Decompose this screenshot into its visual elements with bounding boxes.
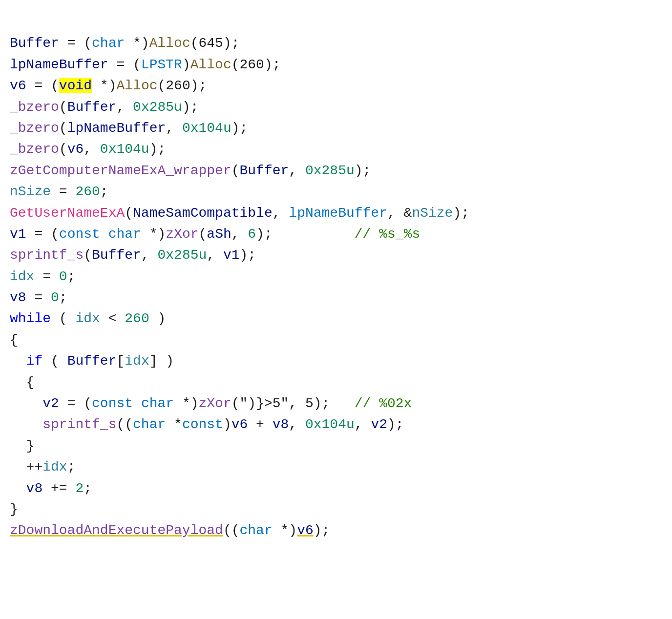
code-token: 6 — [248, 227, 256, 242]
code-line: { — [10, 372, 662, 393]
code-token: ( — [84, 248, 92, 263]
code-token: , — [231, 227, 248, 242]
code-token: GetUserNameExA — [10, 206, 125, 221]
code-token: , — [289, 163, 305, 178]
code-token: ( — [59, 142, 67, 157]
code-token: (645); — [190, 36, 240, 51]
code-token: 0x104u — [305, 417, 355, 432]
code-token: char — [239, 523, 272, 538]
code-line: v6 = (void *)Alloc(260); — [10, 75, 662, 96]
code-token: ( — [59, 100, 67, 115]
code-token: zXor — [166, 227, 198, 242]
code-line: _bzero(v6, 0x104u); — [10, 139, 662, 160]
code-token: = — [26, 290, 51, 305]
code-token: v2 — [371, 417, 387, 432]
code-token: Buffer — [67, 353, 117, 369]
code-token: + — [248, 417, 272, 432]
code-token: ); — [240, 248, 256, 263]
code-token: 0 — [59, 269, 67, 284]
code-token: _bzero — [10, 100, 59, 115]
code-token: , — [289, 417, 305, 432]
code-token: idx — [125, 353, 149, 369]
code-token: ] ) — [149, 353, 174, 369]
code-token: nSize — [412, 206, 453, 221]
code-token: lpNameBuffer — [289, 206, 387, 221]
code-token: } — [10, 438, 34, 454]
code-token: } — [10, 502, 18, 517]
code-line: _bzero(lpNameBuffer, 0x104u); — [10, 118, 662, 139]
code-token: Buffer — [92, 248, 141, 263]
code-token: ( — [51, 311, 75, 326]
code-line: sprintf_s((char *const)v6 + v8, 0x104u, … — [10, 414, 662, 435]
code-token: = ( — [59, 396, 92, 411]
code-token: , — [141, 248, 158, 263]
code-token: ); — [387, 417, 404, 432]
code-token: zGetComputerNameExA_wrapper — [10, 163, 231, 178]
code-token: v6 — [10, 78, 26, 93]
code-token: = — [34, 269, 59, 284]
code-token: LPSTR — [141, 57, 182, 72]
code-token: , — [355, 417, 371, 432]
code-token: ; — [67, 459, 76, 475]
code-token: Alloc — [116, 78, 157, 93]
code-token: lpNameBuffer — [67, 121, 166, 136]
code-line: nSize = 260; — [10, 181, 662, 202]
code-token: ); — [453, 206, 469, 221]
code-token: lpNameBuffer — [10, 57, 108, 72]
code-line: zGetComputerNameExA_wrapper(Buffer, 0x28… — [10, 160, 662, 181]
code-token: Buffer — [240, 163, 289, 178]
code-line: while ( idx < 260 ) — [10, 308, 662, 329]
code-token: _bzero — [10, 121, 59, 136]
code-token: v6 — [231, 417, 248, 432]
code-token: zXor — [199, 396, 231, 411]
code-line: GetUserNameExA(NameSamCompatible, lpName… — [10, 203, 662, 224]
code-token: < — [100, 311, 125, 326]
code-token: idx — [75, 311, 100, 326]
code-token: // %s_%s — [355, 227, 420, 242]
code-token: *) — [174, 396, 198, 411]
code-token: *) — [125, 36, 149, 51]
code-line: } — [10, 499, 662, 520]
code-token: = ( — [26, 227, 59, 242]
code-token: ) — [149, 311, 166, 326]
code-token: ++ — [10, 459, 42, 475]
code-token: char — [92, 36, 125, 51]
code-token: 0x285u — [157, 248, 207, 263]
code-token: Buffer — [10, 36, 59, 51]
code-token: ; — [100, 184, 108, 199]
code-token: if — [10, 353, 42, 369]
code-token: , — [207, 248, 223, 263]
code-line: idx = 0; — [10, 266, 662, 287]
code-token: += — [42, 481, 75, 496]
code-token: (260); — [157, 78, 207, 93]
code-token: (( — [223, 523, 240, 538]
code-token: ); — [231, 121, 248, 136]
code-token: Alloc — [149, 36, 190, 51]
code-line: sprintf_s(Buffer, 0x285u, v1); — [10, 245, 662, 266]
code-token: 0x285u — [133, 100, 182, 115]
code-token: idx — [42, 459, 67, 475]
code-token: ); — [149, 142, 166, 157]
code-token: *) — [141, 227, 166, 242]
code-viewer: Buffer = (char *)Alloc(645);lpNameBuffer… — [10, 12, 662, 541]
code-token: ( — [231, 163, 240, 178]
code-token: const — [59, 227, 100, 242]
code-token — [10, 481, 26, 496]
code-line: v8 = 0; — [10, 287, 662, 308]
code-line: lpNameBuffer = (LPSTR)Alloc(260); — [10, 54, 662, 75]
code-token: ); — [314, 523, 330, 538]
code-token: *) — [92, 78, 116, 93]
code-token: = ( — [59, 36, 92, 51]
code-token: Alloc — [190, 57, 231, 72]
code-token: ; — [59, 290, 67, 305]
code-token — [100, 227, 108, 242]
code-line: } — [10, 435, 662, 456]
code-token: 260 — [75, 184, 100, 199]
code-token: , — [116, 100, 133, 115]
code-token: _bzero — [10, 142, 59, 157]
code-line: Buffer = (char *)Alloc(645); — [10, 33, 662, 54]
code-token: v1 — [10, 227, 26, 242]
code-token: ( — [59, 121, 67, 136]
code-token: { — [10, 375, 34, 390]
code-token: 0x285u — [305, 163, 355, 178]
